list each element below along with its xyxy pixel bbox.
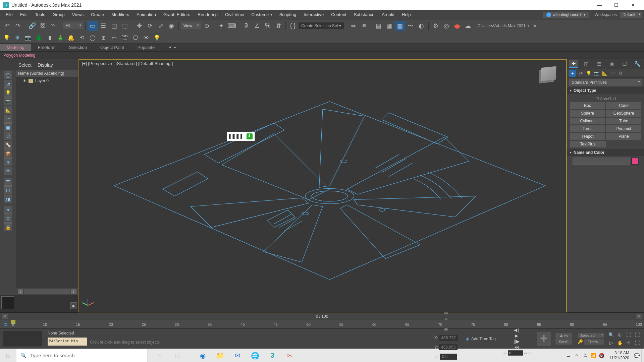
menu-help[interactable]: Help <box>398 11 415 18</box>
rollout-name-color[interactable]: Name and Color <box>567 149 644 156</box>
move-button[interactable]: ✥ <box>134 21 144 31</box>
filter-funnel-icon[interactable]: ▽ <box>4 215 12 223</box>
display-icon[interactable]: ▭ <box>109 33 119 43</box>
rotate2-icon[interactable]: ⟲ <box>77 33 87 43</box>
box-button[interactable]: Box <box>570 102 605 109</box>
set-key-large-button[interactable]: ✚ <box>537 332 551 346</box>
filter-frozen-icon[interactable]: ❄ <box>4 158 12 166</box>
keyfilters-icon[interactable]: 🔑 <box>578 339 583 345</box>
keyfilters-button[interactable]: Filters... <box>584 339 604 345</box>
create-tab-icon[interactable]: ✚ <box>569 60 578 68</box>
edit-selection-set-button[interactable]: { } <box>288 21 298 31</box>
show-desktop-button[interactable] <box>641 349 643 362</box>
textplus-button[interactable]: TextPlus <box>570 141 606 147</box>
render-frame-button[interactable]: ◎ <box>441 21 451 31</box>
systems-category-icon[interactable]: ⚙ <box>618 70 624 77</box>
object-color-swatch[interactable] <box>631 158 639 165</box>
ribbon-toggle[interactable]: ⏷ ▾ <box>161 44 183 51</box>
chrome-icon[interactable]: 🌐 <box>247 349 263 362</box>
scene-tab-display[interactable]: Display <box>38 62 53 68</box>
viewport-expand-button[interactable]: ▶ <box>70 302 77 309</box>
scene-list-header[interactable]: Name (Sorted Ascending) <box>16 70 78 77</box>
eye2-icon[interactable]: 👁 <box>142 33 151 43</box>
zoom-all-icon[interactable]: ⊕ <box>616 331 624 339</box>
hierarchy-tab-icon[interactable]: ☰ <box>595 60 603 68</box>
layer-explorer-button[interactable]: ▤ <box>373 21 383 31</box>
menu-customize[interactable]: Customize <box>248 11 275 18</box>
menu-modifiers[interactable]: Modifiers <box>108 11 133 18</box>
workspace-dropdown[interactable]: Default <box>620 12 642 18</box>
ribbon-tab-selection[interactable]: Selection <box>62 44 94 51</box>
filter-cameras-icon[interactable]: 📷 <box>4 97 12 105</box>
sphere2-icon[interactable]: ◯ <box>88 33 97 43</box>
rollout-object-type[interactable]: Object Type <box>567 87 644 94</box>
ribbon-panel-label[interactable]: Polygon Modeling <box>3 53 35 58</box>
tube-button[interactable]: Tube <box>606 118 641 124</box>
filter-lock-icon[interactable]: 🔒 <box>4 223 12 231</box>
align-button[interactable]: ≡ <box>359 21 369 31</box>
tray-overflow-icon[interactable]: ^ <box>573 349 580 362</box>
tray-wifi-icon[interactable]: 📶 <box>590 349 597 362</box>
unlink-button[interactable]: ⛓ <box>38 21 48 31</box>
max-toggle-icon[interactable]: ⛶ <box>633 339 641 347</box>
menu-edit[interactable]: Edit <box>16 11 31 18</box>
tray-onedrive-icon[interactable]: ☁ <box>565 349 572 362</box>
scene-thumbnail[interactable] <box>1 296 14 309</box>
menu-interactive[interactable]: Interactive <box>300 11 327 18</box>
geosphere-button[interactable]: GeoSphere <box>606 110 641 117</box>
mirror-button[interactable]: ⇔ <box>348 21 358 31</box>
scene-layer-0[interactable]: 👁 Layer:0 <box>16 77 78 84</box>
next-frame-button[interactable]: ∥▶ <box>513 339 521 344</box>
snip-icon[interactable]: ✂ <box>282 349 298 362</box>
menu-grapheditors[interactable]: Graph Editors <box>160 11 194 18</box>
redo-button[interactable]: ↷ <box>13 21 23 31</box>
torus-button[interactable]: Torus <box>570 125 605 132</box>
link-button[interactable]: 🔗 <box>27 21 37 31</box>
setkey-button[interactable]: Set K. <box>555 339 572 345</box>
ribbon-tab-modeling[interactable]: Modeling <box>0 44 31 51</box>
filter-sort-icon[interactable]: ▾ <box>4 206 12 214</box>
menu-substance[interactable]: Substance <box>350 11 378 18</box>
teapot-button[interactable]: Teapot <box>570 133 605 140</box>
placement-button[interactable]: ◉ <box>166 21 176 31</box>
sphere-button[interactable]: Sphere <box>570 110 605 117</box>
scale-button[interactable]: ⤢ <box>156 21 166 31</box>
autogrid-checkbox[interactable]: ☐ AutoGrid <box>570 96 641 102</box>
autokey-button[interactable]: Auto <box>555 333 572 339</box>
cylinder-button[interactable]: Cylinder <box>570 118 605 124</box>
toggle-ribbon-button[interactable]: ▦ <box>384 21 394 31</box>
tray-network-icon[interactable]: 🖧 <box>581 349 589 362</box>
book-icon[interactable]: ▮ <box>45 33 54 43</box>
filter-lights-icon[interactable]: 💡 <box>4 88 12 97</box>
shapes-category-icon[interactable]: ◔ <box>577 70 584 77</box>
filter-spacewarps-icon[interactable]: 〰 <box>4 115 12 123</box>
keymode-dropdown[interactable]: Selected▾ <box>578 333 604 338</box>
bind-space-warp-button[interactable]: 〰 <box>49 21 59 31</box>
render-setup-button[interactable]: ⚙ <box>431 21 441 31</box>
project-path[interactable]: C:\Users\Ad...ds Max 2021 <box>477 23 525 28</box>
menu-file[interactable]: File <box>2 11 16 18</box>
tray-notifications-icon[interactable]: 💬 <box>633 349 640 362</box>
display-tab-icon[interactable]: 🖵 <box>621 60 629 68</box>
pan-icon[interactable]: ✋ <box>616 339 624 347</box>
fov-icon[interactable]: ▷ <box>607 339 615 347</box>
bulb2-icon[interactable]: 💡 <box>152 33 162 43</box>
zoom-extents-all-icon[interactable]: ⛶ <box>633 331 641 339</box>
tree2-icon[interactable]: 🎄 <box>56 33 65 43</box>
lights-category-icon[interactable]: 💡 <box>585 70 592 77</box>
window-crossing-button[interactable]: ⬚ <box>120 21 130 31</box>
schematic-view-button[interactable]: 〜 <box>406 21 416 31</box>
maximize-button[interactable]: ☐ <box>608 0 625 10</box>
add-time-tag[interactable]: Add Time Tag <box>471 337 496 341</box>
edge-icon[interactable]: ◉ <box>195 349 211 362</box>
ref-coord-dropdown[interactable]: View <box>181 22 201 29</box>
menu-content[interactable]: Content <box>327 11 350 18</box>
material-editor-button[interactable]: ◐ <box>416 21 426 31</box>
tray-volume-icon[interactable]: 🔇 <box>598 349 605 362</box>
timeline-ruler[interactable]: ⧉ 51015202530354045505560657075808590951… <box>0 320 644 328</box>
filter-helpers-icon[interactable]: 📐 <box>4 106 12 114</box>
filter-groups-icon[interactable]: ▣ <box>4 123 12 131</box>
percent-snap-button[interactable]: % <box>263 21 273 31</box>
cortana-icon[interactable]: ○ <box>152 349 168 362</box>
curve-editor-button[interactable]: ▥ <box>395 21 405 31</box>
